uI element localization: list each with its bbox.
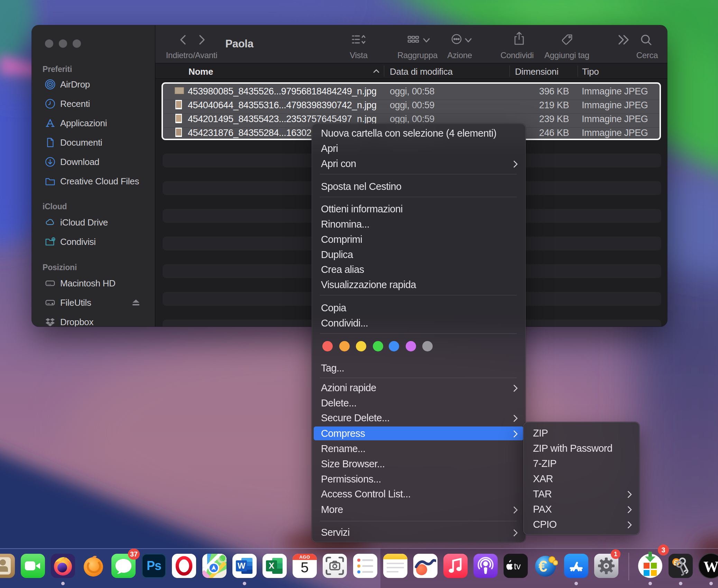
svg-text:€: € <box>538 557 547 575</box>
svg-text:tv: tv <box>514 561 521 571</box>
